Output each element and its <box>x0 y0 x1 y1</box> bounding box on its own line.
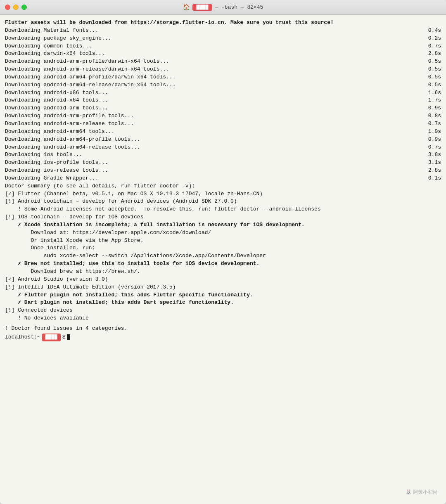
download-text: Downloading android-arm64-profile/darwin… <box>5 73 176 81</box>
prompt-line[interactable]: localhost:~ ████ $ <box>5 334 441 341</box>
download-time: 0.8s <box>420 112 441 120</box>
download-line: Downloading Material fonts...0.4s <box>5 27 441 35</box>
download-line: Downloading android-x86 tools...1.6s <box>5 89 441 97</box>
download-line: Downloading android-x64 tools...1.7s <box>5 97 441 104</box>
footer-line1: ! Doctor found issues in 4 categories. <box>5 325 441 333</box>
doctor-line: Or install Xcode via the App Store. <box>5 237 441 245</box>
download-text: Downloading common tools... <box>5 43 92 50</box>
doctor-line: ✗ Xcode installation is incomplete; a fu… <box>5 221 441 229</box>
minimize-button[interactable] <box>13 5 19 10</box>
download-time: 0.5s <box>420 73 441 81</box>
doctor-line: Download at: https://developer.apple.com… <box>5 229 441 237</box>
download-text: Downloading android-arm-profile tools... <box>5 112 134 120</box>
download-time: 2.8s <box>420 50 441 58</box>
download-time: 0.2s <box>420 35 441 43</box>
download-text: Downloading ios-profile tools... <box>5 159 108 167</box>
download-line: Downloading android-arm-release/darwin-x… <box>5 66 441 73</box>
cursor <box>67 334 70 340</box>
download-line: Downloading ios tools...3.8s <box>5 151 441 159</box>
doctor-line: ! Some Android licenses not accepted. To… <box>5 206 441 213</box>
doctor-summary-line: Doctor summary (to see all details, run … <box>5 182 441 190</box>
download-line: Downloading android-arm-profile tools...… <box>5 112 441 120</box>
download-line: Downloading android-arm-profile/darwin-x… <box>5 58 441 66</box>
download-text: Downloading android-x86 tools... <box>5 89 108 97</box>
download-time: 0.9s <box>420 104 441 112</box>
home-icon: 🏠 <box>183 4 190 11</box>
download-line: Downloading package sky_engine...0.2s <box>5 35 441 43</box>
download-line: Downloading ios-profile tools...3.1s <box>5 159 441 167</box>
download-time: 1.0s <box>420 128 441 136</box>
download-time: 0.4s <box>420 27 441 35</box>
download-text: Downloading package sky_engine... <box>5 35 111 43</box>
title-label: — -bash — 82×45 <box>215 4 263 10</box>
download-text: Downloading android-arm-release/darwin-x… <box>5 66 169 73</box>
titlebar: 🏠 ████ — -bash — 82×45 <box>0 0 446 15</box>
doctor-line: [!] iOS toolchain – develop for iOS devi… <box>5 213 441 221</box>
watermark: 🐰 阿策小和尚 <box>406 489 438 496</box>
doctor-line: [✓] Android Studio (version 3.0) <box>5 276 441 284</box>
download-time: 0.9s <box>420 136 441 144</box>
download-line: Downloading android-arm64-release tools.… <box>5 144 441 151</box>
doctor-line: Download brew at https://brew.sh/. <box>5 268 441 276</box>
download-text: Downloading android-arm-release tools... <box>5 120 134 128</box>
download-time: 2.8s <box>420 167 441 175</box>
download-line: Downloading darwin-x64 tools...2.8s <box>5 50 441 58</box>
terminal-window: 🏠 ████ — -bash — 82×45 Flutter assets wi… <box>0 0 446 504</box>
download-time: 0.7s <box>420 120 441 128</box>
download-text: Downloading Material fonts... <box>5 27 98 35</box>
doctor-line: [✓] Flutter (Channel beta, v0.5.1, on Ma… <box>5 190 441 198</box>
maximize-button[interactable] <box>21 5 27 10</box>
download-time: 0.7s <box>420 43 441 50</box>
prompt-suffix: $ <box>62 334 66 341</box>
prompt-badge: ████ <box>42 334 61 341</box>
download-line: Downloading ios-release tools...2.8s <box>5 167 441 175</box>
download-text: Downloading android-arm tools... <box>5 104 108 112</box>
download-time: 0.1s <box>420 175 441 182</box>
download-text: Downloading android-arm64 tools... <box>5 128 114 136</box>
download-text: Downloading ios tools... <box>5 151 82 159</box>
traffic-lights <box>5 5 27 10</box>
doctor-line: [!] Connected devices <box>5 307 441 315</box>
download-line: Downloading android-arm64-profile tools.… <box>5 136 441 144</box>
download-text: Downloading android-arm-profile/darwin-x… <box>5 58 169 66</box>
window-title: 🏠 ████ — -bash — 82×45 <box>183 4 263 11</box>
header-line: Flutter assets will be downloaded from h… <box>5 19 441 27</box>
download-text: Downloading android-arm64-release/darwin… <box>5 81 176 89</box>
download-line: Downloading android-arm64-release/darwin… <box>5 81 441 89</box>
download-line: Downloading android-arm tools...0.9s <box>5 104 441 112</box>
download-time: 0.5s <box>420 66 441 73</box>
download-text: Downloading android-arm64-profile tools.… <box>5 136 140 144</box>
terminal-body[interactable]: Flutter assets will be downloaded from h… <box>0 15 446 504</box>
download-time: 3.8s <box>420 151 441 159</box>
download-line: Downloading android-arm64-profile/darwin… <box>5 73 441 81</box>
download-time: 0.7s <box>420 144 441 151</box>
download-time: 0.5s <box>420 58 441 66</box>
download-time: 0.5s <box>420 81 441 89</box>
download-line: Downloading android-arm-release tools...… <box>5 120 441 128</box>
doctor-line: [!] Android toolchain – develop for Andr… <box>5 198 441 206</box>
download-line: Downloading android-arm64 tools...1.0s <box>5 128 441 136</box>
doctor-lines: [✓] Flutter (Channel beta, v0.5.1, on Ma… <box>5 190 441 322</box>
close-button[interactable] <box>5 5 10 10</box>
download-time: 1.7s <box>420 97 441 104</box>
download-text: Downloading ios-release tools... <box>5 167 108 175</box>
doctor-line: Once installed, run: <box>5 244 441 252</box>
doctor-line: ✗ Flutter plugin not installed; this add… <box>5 291 441 299</box>
doctor-line: ! No devices available <box>5 315 441 322</box>
doctor-line: ✗ Brew not installed; use this to instal… <box>5 260 441 268</box>
prompt-user: localhost:~ <box>5 334 40 341</box>
download-text: Downloading Gradle Wrapper... <box>5 175 98 182</box>
download-text: Downloading android-arm64-release tools.… <box>5 144 140 151</box>
doctor-line: [!] IntelliJ IDEA Ultimate Edition (vers… <box>5 284 441 291</box>
download-line: Downloading Gradle Wrapper...0.1s <box>5 175 441 182</box>
download-line: Downloading common tools...0.7s <box>5 43 441 50</box>
download-text: Downloading darwin-x64 tools... <box>5 50 105 58</box>
title-badge: ████ <box>192 4 213 11</box>
doctor-line: sudo xcode-select --switch /Applications… <box>5 252 441 260</box>
download-time: 3.1s <box>420 159 441 167</box>
download-text: Downloading android-x64 tools... <box>5 97 108 104</box>
download-lines: Downloading Material fonts...0.4sDownloa… <box>5 27 441 182</box>
download-time: 1.6s <box>420 89 441 97</box>
doctor-line: ✗ Dart plugin not installed; this adds D… <box>5 299 441 307</box>
